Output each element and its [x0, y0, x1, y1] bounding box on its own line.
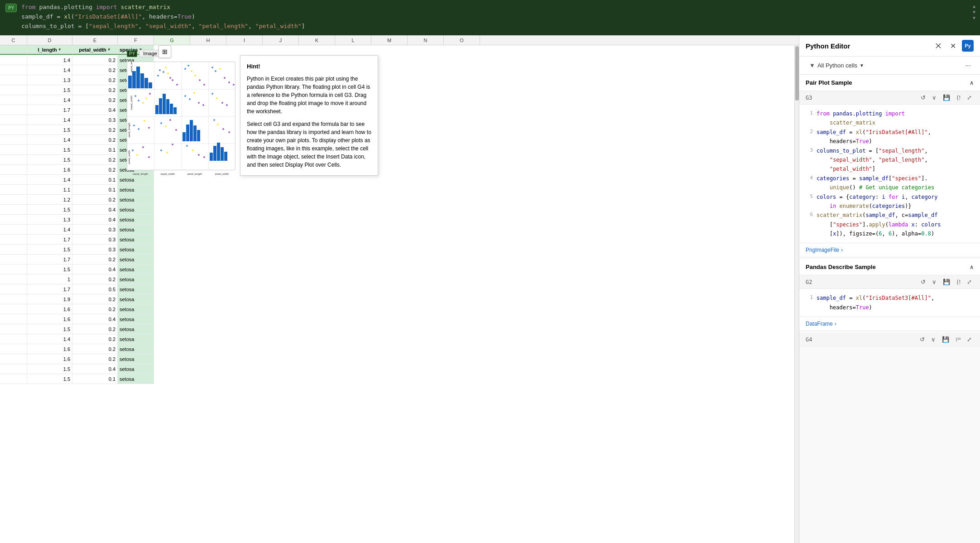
col-header-e[interactable]: E: [72, 35, 118, 45]
svg-point-17: [169, 77, 171, 79]
svg-point-18: [172, 79, 173, 81]
cell-petal-width[interactable]: 0.2: [72, 55, 118, 65]
run3-button-superscript[interactable]: ⟨²³: [954, 335, 962, 344]
col-header-f[interactable]: F: [118, 35, 154, 45]
col-header-d[interactable]: D: [27, 35, 72, 45]
plot-area: ⊞ PY Image: [127, 50, 235, 175]
table-row: 1.10.1setosa: [0, 185, 154, 195]
filter-chevron-icon: ▼: [860, 63, 864, 68]
table-row: 1.60.4setosa: [0, 314, 154, 324]
scatter-matrix-plot: sepal_length sepal_width petal_length pe…: [127, 62, 235, 170]
sheet-scrollbar[interactable]: [794, 45, 799, 543]
col-petal-width-header[interactable]: petal_width ▼: [72, 45, 118, 55]
table-row: 1.50.4setosa: [0, 264, 154, 274]
svg-point-34: [142, 102, 144, 104]
scrollbar-thumb[interactable]: [795, 46, 799, 101]
svg-rect-6: [128, 76, 132, 88]
chevron-down-btn[interactable]: ∨: [930, 93, 938, 102]
pandas-describe-chevron-icon: ∧: [970, 264, 974, 270]
panel-content[interactable]: Pair Plot Sample ∧ G3 ↺ ∨ 💾 ⟨! ⤢ 1: [799, 75, 980, 543]
table-row: 1.70.5setosa: [0, 284, 154, 294]
expand3-button[interactable]: ⤢: [965, 335, 974, 344]
col-header-k[interactable]: K: [299, 35, 335, 45]
svg-rect-41: [170, 104, 173, 114]
col-header-c[interactable]: C: [0, 35, 27, 45]
col-header-l[interactable]: L: [335, 35, 371, 45]
svg-rect-83: [221, 147, 224, 161]
formula-scroll-arrows[interactable]: ▲ ▼ ▼: [973, 4, 975, 20]
g4-toolbar: G4 ↺ ∨ 💾 ⟨²³ ⤢: [799, 333, 980, 346]
pair-plot-section: Pair Plot Sample ∧ G3 ↺ ∨ 💾 ⟨! ⤢ 1: [799, 75, 980, 257]
svg-point-25: [203, 84, 205, 86]
undo3-button[interactable]: ↺: [918, 335, 927, 344]
code-line-2: 2 sample_df = xl("IrisDataSet[#All]", he…: [806, 128, 974, 146]
save3-button[interactable]: 💾: [940, 335, 951, 344]
code-line-4: 4 categories = sample_df["species"]. uni…: [806, 174, 974, 192]
svg-rect-40: [166, 99, 169, 114]
svg-point-43: [184, 95, 186, 97]
g4-toolbar-icons: ↺ ∨ 💾 ⟨²³ ⤢: [918, 335, 974, 344]
run2-button[interactable]: ⟨!: [955, 278, 962, 286]
more-options-button[interactable]: ···: [962, 61, 974, 71]
col-header-m[interactable]: M: [371, 35, 408, 45]
table-row: 1.50.4setosa: [0, 364, 154, 374]
svg-rect-10: [144, 78, 148, 88]
col-header-g[interactable]: G: [154, 35, 190, 45]
output-link-arrow-icon: ›: [841, 247, 843, 253]
svg-rect-7: [132, 71, 136, 88]
data-insert-icon[interactable]: ⊞: [159, 45, 171, 58]
svg-point-28: [219, 68, 221, 70]
save-button[interactable]: 💾: [941, 93, 952, 102]
svg-point-15: [165, 67, 167, 68]
g4-section: G4 ↺ ∨ 💾 ⟨²³ ⤢: [799, 333, 980, 346]
svg-point-59: [175, 129, 177, 131]
run-button[interactable]: ⟨!: [955, 93, 962, 102]
sheet-body: l_length ▼ petal_width ▼ species ▼ 1.40.…: [0, 45, 799, 543]
chevron2-btn[interactable]: ∨: [930, 278, 938, 286]
expand-button[interactable]: ⤢: [965, 93, 974, 102]
dataframe-link[interactable]: DataFrame ›: [799, 317, 980, 331]
spreadsheet: C D E F G H I J K L M N O l_length ▼ pet…: [0, 35, 799, 543]
col-header-i[interactable]: I: [226, 35, 263, 45]
save2-button[interactable]: 💾: [941, 278, 952, 286]
chevron3-btn[interactable]: ∨: [929, 335, 937, 344]
table-row: 10.2setosa: [0, 274, 154, 284]
pandas-describe-section: Pandas Describe Sample ∧ G2 ↺ ∨ 💾 ⟨! ⤢: [799, 259, 980, 331]
col-length-header[interactable]: l_length ▼: [27, 45, 72, 55]
svg-point-68: [228, 131, 230, 133]
svg-point-29: [224, 77, 226, 79]
svg-point-45: [193, 92, 195, 94]
svg-point-67: [222, 128, 224, 130]
filter-all-cells-button[interactable]: ▼ All Python cells ▼: [806, 60, 868, 71]
col-header-j[interactable]: J: [263, 35, 299, 45]
pandas-describe-toolbar-icons: ↺ ∨ 💾 ⟨! ⤢: [919, 278, 974, 286]
pair-plot-section-header[interactable]: Pair Plot Sample ∧: [799, 75, 980, 91]
svg-point-77: [192, 149, 194, 151]
axis-label-petal-length: petal_length: [128, 123, 130, 138]
pair-plot-toolbar-icons: ↺ ∨ 💾 ⟨! ⤢: [919, 93, 974, 102]
scroll-mid-arrow[interactable]: ▼: [973, 10, 975, 14]
png-image-file-link[interactable]: PngImageFile ›: [799, 243, 980, 257]
svg-point-57: [165, 125, 167, 127]
col-header-o[interactable]: O: [444, 35, 480, 45]
svg-point-50: [221, 102, 223, 104]
undo-button[interactable]: ↺: [919, 93, 927, 102]
col-header-n[interactable]: N: [408, 35, 444, 45]
expand2-button[interactable]: ⤢: [965, 278, 974, 286]
axis-label-sepal-width: sepal_width: [130, 96, 133, 110]
svg-rect-11: [149, 82, 152, 88]
close-button[interactable]: ✕: [948, 40, 958, 52]
col-header-h[interactable]: H: [190, 35, 226, 45]
table-row: 1.50.2setosa: [0, 324, 154, 334]
svg-point-30: [228, 82, 230, 83]
minimize-button[interactable]: [932, 41, 944, 51]
svg-point-66: [217, 124, 219, 125]
svg-point-32: [135, 95, 136, 97]
cell-length[interactable]: 1.4: [27, 55, 72, 65]
pandas-describe-header[interactable]: Pandas Describe Sample ∧: [799, 259, 980, 275]
scroll-down-arrow[interactable]: ▼: [973, 15, 975, 20]
cell-ref-image[interactable]: Image: [139, 50, 161, 57]
undo2-button[interactable]: ↺: [919, 278, 927, 286]
axis-label-sepal-length: sepal_length: [130, 62, 133, 72]
scroll-up-arrow[interactable]: ▲: [973, 4, 975, 9]
